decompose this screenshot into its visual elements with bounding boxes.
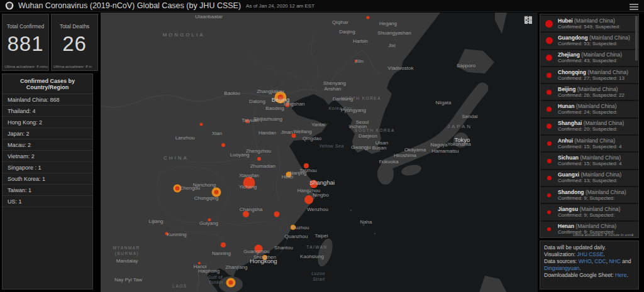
country-row[interactable]: US: 1 (3, 196, 92, 207)
case-dot-icon (545, 20, 553, 28)
scrollbar-thumb[interactable] (635, 16, 638, 61)
region-country: (Mainland China) (574, 138, 615, 144)
region-dot-cell (540, 55, 558, 61)
region-name: Hunan (558, 103, 574, 109)
country-cases-panel: Confirmed Cases by Country/Region Mainla… (2, 73, 93, 289)
case-bubble[interactable] (286, 103, 290, 107)
case-bubble[interactable] (286, 172, 292, 178)
country-row[interactable]: Thailand: 4 (3, 105, 92, 117)
stat-label: Total Deaths (52, 23, 97, 30)
region-text: Guangdong (Mainland China) Confirmed: 53… (558, 35, 638, 47)
region-dot-cell (540, 107, 558, 112)
notes-line-4: Dingxiangyuan. (544, 265, 635, 272)
region-list-item[interactable]: Hubei (Mainland China) Confirmed: 549; S… (540, 14, 638, 31)
country-row[interactable]: Vietnam: 2 (3, 151, 92, 162)
case-bubble[interactable] (292, 134, 296, 138)
case-dot-icon (547, 141, 552, 146)
region-country: (Mainland China) (586, 189, 626, 195)
case-bubble[interactable] (274, 212, 280, 217)
region-country: (Mainland China) (577, 86, 618, 92)
case-bubble[interactable] (245, 119, 249, 123)
country-row[interactable]: Taiwan: 1 (3, 185, 92, 196)
case-bubble[interactable] (243, 211, 249, 217)
region-list-item[interactable]: Shandong (Mainland China) Confirmed: 9; … (540, 186, 638, 203)
region-detail: Confirmed: 15; Suspected: 4 (558, 144, 637, 150)
case-dot-icon (546, 55, 552, 61)
region-text: Shanghai (Mainland China) Confirmed: 20;… (558, 120, 638, 132)
case-bubble[interactable] (208, 219, 211, 222)
region-list-item[interactable]: Hunan (Mainland China) Confirmed: 24; Su… (540, 100, 638, 117)
data-notes-panel: Data will be updated daily. Visualizatio… (540, 241, 639, 289)
region-dot-cell (540, 141, 558, 146)
case-bubble[interactable] (310, 180, 318, 188)
region-detail: Confirmed: 549; Suspected: (558, 24, 637, 30)
jhu-csse-link[interactable]: JHU CSSE (577, 251, 603, 257)
region-list-item[interactable]: Shanghai (Mainland China) Confirmed: 20;… (540, 117, 638, 134)
case-bubble[interactable] (165, 232, 169, 235)
region-name-line: Guangxi (Mainland China) (558, 171, 637, 178)
world-map[interactable]: MONGOLIA CHINA JAPAN TAIWAN NORTH KOREA … (101, 13, 538, 292)
grid-view-icon[interactable] (525, 16, 532, 24)
case-bubble[interactable] (367, 16, 370, 19)
case-bubble[interactable] (221, 242, 226, 247)
region-list-item[interactable]: Jiangsu (Mainland China) Confirmed: 9; S… (540, 203, 638, 220)
region-detail: Confirmed: 26; Suspected: 22 (558, 92, 637, 99)
case-dot-icon (547, 227, 551, 231)
region-text: Guangxi (Mainland China) Confirmed: 13; … (558, 171, 638, 184)
ryukyu-island (362, 224, 364, 225)
case-bubble[interactable] (212, 188, 221, 197)
region-detail: Confirmed: 43; Suspected: (558, 58, 637, 64)
region-list-item[interactable]: Zhejiang (Mainland China) Confirmed: 43;… (540, 49, 638, 66)
case-dot-icon (547, 107, 552, 112)
stat-label: Total Confirmed (3, 23, 48, 30)
region-name: Hubei (558, 18, 573, 24)
region-name-line: Anhui (Mainland China) (558, 138, 637, 144)
country-row[interactable]: Singapore : 1 (3, 162, 92, 173)
region-list-item[interactable]: Anhui (Mainland China) Confirmed: 15; Su… (540, 134, 638, 151)
case-bubble[interactable] (291, 225, 296, 230)
country-row[interactable]: Macau: 2 (3, 139, 92, 151)
case-bubble[interactable] (243, 177, 255, 189)
case-bubble[interactable] (304, 163, 309, 168)
case-bubble[interactable] (174, 185, 182, 193)
region-dot-cell (540, 37, 558, 44)
region-list-item[interactable]: Beijing (Mainland China) Confirmed: 26; … (540, 83, 638, 100)
nhc-link[interactable]: NHC (609, 258, 620, 264)
region-text: Hubei (Mainland China) Confirmed: 549; S… (558, 18, 638, 30)
region-text: Zhejiang (Mainland China) Confirmed: 43;… (558, 51, 638, 64)
case-bubble[interactable] (304, 195, 313, 204)
who-link[interactable]: WHO (579, 258, 592, 264)
case-dot-icon (547, 124, 552, 129)
data-sources-label: Data sources: (544, 258, 579, 264)
case-bubble[interactable] (262, 255, 267, 260)
region-list-item[interactable]: Chongqing (Mainland China) Confirmed: 27… (540, 66, 638, 83)
region-name-line: Chongqing (Mainland China) (558, 69, 637, 75)
notes-line-5: Downloadable Google Sheet: Here. (544, 272, 635, 279)
punct: . (579, 265, 580, 271)
country-row[interactable]: South Korea: 1 (3, 173, 92, 185)
case-bubble[interactable] (226, 278, 236, 288)
region-list: Hubei (Mainland China) Confirmed: 549; S… (540, 14, 638, 237)
region-dot-cell (540, 227, 558, 231)
sheet-here-link[interactable]: Here (615, 272, 626, 278)
country-row[interactable]: Mainland China: 868 (3, 94, 92, 105)
case-bubble[interactable] (257, 157, 261, 161)
case-bubble[interactable] (355, 60, 357, 62)
hamburger-menu-icon[interactable] (630, 3, 638, 11)
dingxiangyuan-link[interactable]: Dingxiangyuan (544, 265, 579, 271)
case-bubble[interactable] (275, 92, 287, 104)
country-row[interactable]: Japan: 2 (3, 128, 92, 139)
last-updated-note: Ultima actualizare: 8 minute în urmă (573, 233, 633, 237)
region-dot-cell (540, 90, 558, 95)
cdc-link[interactable]: CDC (594, 258, 606, 264)
region-list-item[interactable]: Guangxi (Mainland China) Confirmed: 13; … (540, 169, 638, 186)
case-bubble[interactable] (221, 143, 225, 147)
case-bubble[interactable] (200, 123, 203, 126)
country-row[interactable]: Hong Kong: 2 (3, 117, 92, 128)
ryukyu-island (374, 233, 376, 235)
case-bubble[interactable] (255, 245, 263, 253)
case-bubble[interactable] (198, 262, 201, 264)
region-list-item[interactable]: Guangdong (Mainland China) Confirmed: 53… (540, 31, 638, 48)
region-list-item[interactable]: Sichuan (Mainland China) Confirmed: 15; … (540, 151, 638, 168)
region-name: Shandong (558, 189, 584, 195)
